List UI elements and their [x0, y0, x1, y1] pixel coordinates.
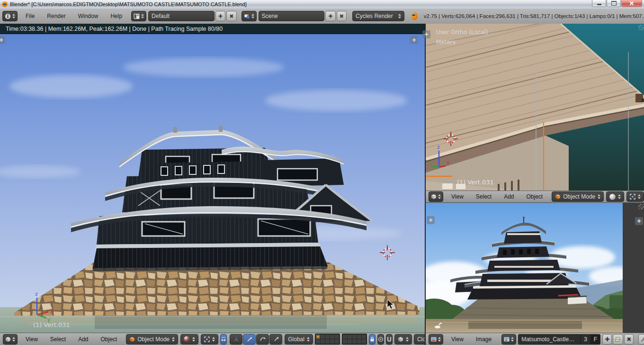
manipulator-toggle[interactable] [220, 334, 227, 345]
proportional-circle-icon [378, 336, 384, 342]
collapsed-panel-tab[interactable]: ✚ [0, 36, 5, 44]
x-icon: ✖ [229, 13, 233, 19]
menu-view[interactable]: View [19, 336, 44, 343]
uv-image-editor-viewport[interactable]: ✚ ✚ [425, 203, 644, 333]
pivot-point-select[interactable] [201, 334, 218, 345]
axis-tripod-icon [233, 336, 239, 342]
manipulator-axes-button[interactable] [230, 334, 242, 345]
collapsed-panel-tab[interactable]: ✚ [635, 217, 643, 225]
lock-to-scene-toggle[interactable] [369, 334, 376, 345]
layers-group-2[interactable] [342, 334, 367, 345]
minimize-button[interactable] [592, 0, 606, 7]
menu-render[interactable]: Render [41, 13, 72, 19]
snap-element-select[interactable] [394, 334, 412, 345]
window-titlebar[interactable]: Blender* [C:\Users\marcos.EDIGTMO\Deskto… [0, 0, 644, 9]
plus-icon: ✚ [218, 13, 223, 19]
mode-label: Object Mode [563, 193, 595, 200]
add-scene-button[interactable]: ✚ [325, 11, 335, 21]
x-icon: ✖ [626, 336, 631, 343]
screen-layout-name-field[interactable]: Default [148, 11, 215, 21]
menu-view[interactable]: View [445, 193, 470, 200]
menu-view[interactable]: View [445, 336, 470, 343]
updown-arrows-icon [212, 337, 215, 342]
object-mode-icon [555, 194, 561, 200]
orientation-label: Global [288, 336, 304, 343]
scale-icon [273, 336, 279, 342]
active-object-label: (1) Vert.031 [457, 179, 494, 186]
area-resize-corner[interactable] [638, 25, 644, 30]
open-image-button[interactable] [613, 334, 623, 345]
viewport-shading-select[interactable] [180, 334, 198, 345]
new-image-button[interactable]: ✚ [602, 334, 612, 345]
plus-icon: ✚ [637, 218, 641, 224]
snap-toggle[interactable] [386, 334, 393, 345]
ortho-3d-viewport[interactable]: z y x User Ortho (Local) Meters (1) Vert… [425, 24, 644, 191]
updown-arrows-icon [251, 14, 254, 18]
menu-file[interactable]: File [19, 13, 41, 19]
fake-user-button[interactable]: F [590, 334, 600, 345]
editor-type-button-3dview[interactable] [3, 334, 18, 345]
render-engine-select[interactable]: Cycles Render [352, 11, 404, 21]
info-header: File Render Window Help Default ✚ ✖ Scen… [0, 9, 644, 24]
menu-window[interactable]: Window [72, 13, 105, 19]
pin-button[interactable] [638, 334, 644, 345]
close-button[interactable] [621, 0, 642, 7]
editor-type-button-image[interactable] [429, 334, 443, 345]
add-layout-button[interactable]: ✚ [215, 11, 225, 21]
snap-cube-icon [398, 336, 403, 342]
plus-icon: ✚ [605, 336, 609, 343]
menu-help[interactable]: Help [104, 13, 128, 19]
viewport-shading-select[interactable] [606, 191, 624, 202]
rotate-manipulator-button[interactable] [256, 334, 269, 345]
pivot-point-select[interactable] [626, 191, 644, 202]
render-result-viewport[interactable]: z x y (1) Vert.031 ✚ ✚ [0, 34, 425, 333]
proportional-edit-select[interactable] [377, 334, 384, 345]
screen-layout-browse-button[interactable] [131, 11, 146, 21]
ortho-canvas: z y x User Ortho (Local) Meters (1) Vert… [426, 24, 644, 191]
image-users-count[interactable]: 3 [581, 334, 590, 345]
menu-add[interactable]: Add [498, 193, 520, 200]
photo-moat [426, 319, 623, 333]
delete-layout-button[interactable]: ✖ [226, 11, 236, 21]
image-browse-button[interactable] [501, 334, 516, 345]
scene-browse-button[interactable] [242, 11, 257, 21]
layers-group-1[interactable] [315, 334, 340, 345]
updown-arrows-icon [618, 194, 621, 199]
menu-image[interactable]: Image [470, 336, 498, 343]
image-editor-icon [431, 336, 437, 342]
screen-layout-icon [134, 13, 140, 19]
menu-object[interactable]: Object [520, 193, 549, 200]
area-resize-corner[interactable] [638, 204, 644, 209]
collapsed-panel-tab[interactable]: ✚ [410, 36, 418, 44]
menu-select[interactable]: Select [470, 193, 498, 200]
image-name-field[interactable]: Matsumoto_Castle05... [518, 334, 581, 345]
editor-type-button-info[interactable] [2, 11, 18, 21]
unlink-image-button[interactable]: ✖ [624, 334, 634, 345]
transform-orientation-select[interactable]: Global [285, 334, 313, 345]
collapsed-panel-tab[interactable]: ✚ [427, 216, 435, 224]
render-status-bar: Time:03:38.36 | Mem:162.26M, Peak:162.26… [0, 24, 425, 34]
maximize-button[interactable] [607, 0, 621, 7]
menu-add[interactable]: Add [72, 336, 94, 343]
mode-select[interactable]: Object Mode [552, 191, 604, 202]
delete-scene-button[interactable]: ✖ [337, 11, 347, 21]
ortho-viewport-header: View Select Add Object Object Mode [425, 191, 644, 203]
editor-type-button-3dview[interactable] [429, 191, 443, 202]
collapsed-panel-tab[interactable]: ✚ [422, 30, 430, 38]
updown-arrows-icon [12, 14, 15, 18]
menu-object[interactable]: Object [95, 336, 124, 343]
users-count: 3 [584, 336, 587, 343]
scene-icon [244, 13, 250, 19]
updown-arrows-icon [598, 194, 600, 199]
mode-label: Object Mode [137, 336, 170, 343]
unit-label: Meters [436, 39, 456, 45]
translate-manipulator-button[interactable] [243, 334, 256, 345]
menu-select[interactable]: Select [44, 336, 72, 343]
window-controls [591, 0, 642, 7]
scene-name: Scene [262, 13, 278, 19]
scene-name-field[interactable]: Scene [259, 11, 325, 21]
updown-arrows-icon [172, 337, 175, 342]
scale-manipulator-button[interactable] [269, 334, 282, 345]
reference-photo [426, 203, 623, 333]
mode-select[interactable]: Object Mode [126, 334, 178, 345]
